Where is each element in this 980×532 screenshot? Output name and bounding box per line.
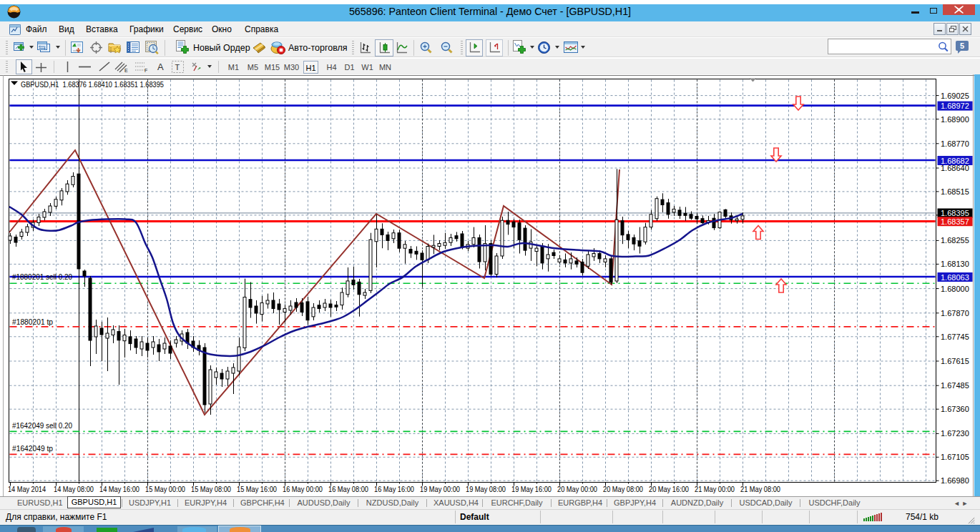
- svg-text:19 May 16:00: 19 May 16:00: [511, 486, 552, 493]
- svg-text:#1642049 tp: #1642049 tp: [12, 445, 53, 453]
- svg-text:1.68682: 1.68682: [941, 157, 969, 165]
- svg-text:1.68255: 1.68255: [941, 236, 969, 245]
- svg-text:1.68000: 1.68000: [941, 285, 969, 293]
- svg-text:1.67485: 1.67485: [941, 381, 969, 390]
- svg-text:1.67870: 1.67870: [941, 309, 969, 317]
- svg-text:1.68130: 1.68130: [941, 260, 969, 268]
- svg-text:14 May 16:00: 14 May 16:00: [99, 486, 139, 493]
- svg-text:15 May 00:00: 15 May 00:00: [145, 486, 185, 493]
- svg-text:14 May 2014: 14 May 2014: [8, 486, 46, 493]
- svg-text:1.68900: 1.68900: [941, 115, 969, 124]
- svg-text:#1880201 sell 0.20: #1880201 sell 0.20: [12, 273, 72, 281]
- svg-text:#1642049 sell 0.20: #1642049 sell 0.20: [12, 422, 72, 430]
- svg-text:1.68972: 1.68972: [941, 102, 969, 110]
- svg-text:15 May 16:00: 15 May 16:00: [237, 486, 277, 493]
- svg-text:1.67230: 1.67230: [941, 429, 969, 438]
- svg-text:1.67360: 1.67360: [941, 405, 969, 413]
- svg-text:20 May 08:00: 20 May 08:00: [603, 486, 643, 493]
- svg-text:1.67745: 1.67745: [941, 332, 969, 341]
- svg-text:19 May 08:00: 19 May 08:00: [466, 486, 506, 493]
- svg-text:GBPUSD,H1 1.68376 1.68410 1.6: GBPUSD,H1 1.68376 1.68410 1.68351 1.6839…: [21, 80, 164, 89]
- svg-text:E: E: [124, 68, 128, 73]
- svg-text:1.68063: 1.68063: [941, 273, 969, 282]
- svg-text:21 May 00:00: 21 May 00:00: [695, 486, 735, 493]
- svg-text:1.68515: 1.68515: [941, 187, 969, 196]
- svg-text:1.69025: 1.69025: [941, 92, 969, 100]
- svg-text:1.68357: 1.68357: [941, 217, 969, 226]
- svg-text:16 May 08:00: 16 May 08:00: [328, 486, 368, 493]
- svg-text:T: T: [175, 63, 180, 72]
- svg-text:F: F: [144, 68, 147, 73]
- svg-text:1.68770: 1.68770: [941, 139, 969, 148]
- svg-text:20 May 00:00: 20 May 00:00: [557, 486, 597, 493]
- svg-text:1.68395: 1.68395: [941, 209, 969, 217]
- svg-text:1.66980: 1.66980: [941, 476, 969, 485]
- svg-text:20 May 16:00: 20 May 16:00: [649, 486, 689, 493]
- svg-text:1.67615: 1.67615: [941, 357, 969, 365]
- svg-text:21 May 08:00: 21 May 08:00: [740, 486, 780, 493]
- svg-text:14 May 08:00: 14 May 08:00: [54, 486, 94, 493]
- svg-text:15 May 08:00: 15 May 08:00: [191, 486, 231, 493]
- svg-text:16 May 16:00: 16 May 16:00: [374, 486, 414, 493]
- svg-text:16 May 00:00: 16 May 00:00: [283, 486, 323, 493]
- svg-text:1.67105: 1.67105: [941, 453, 969, 461]
- svg-text:19 May 00:00: 19 May 00:00: [420, 486, 460, 493]
- svg-text:#1880201 tp: #1880201 tp: [12, 318, 53, 326]
